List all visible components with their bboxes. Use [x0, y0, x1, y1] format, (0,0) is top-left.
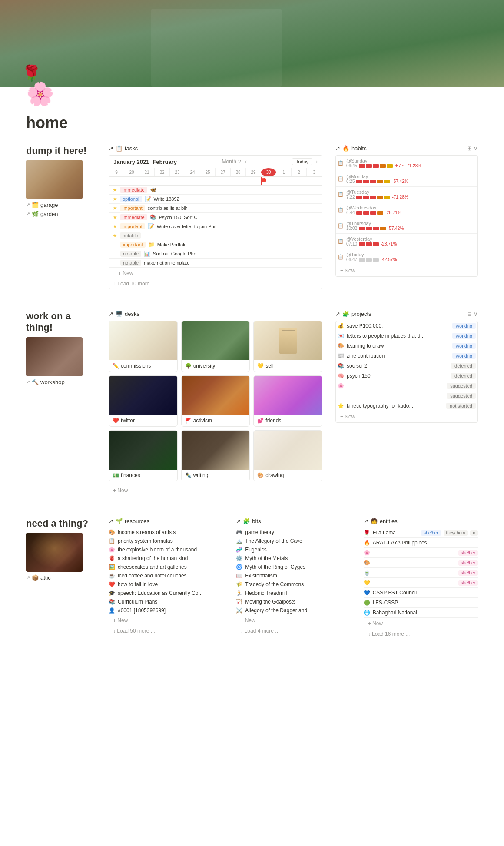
- habits-view-icon[interactable]: ⊞ ∨: [467, 145, 478, 152]
- cal-day-20: 20: [124, 168, 139, 176]
- entities-header[interactable]: ↗ 🧑 entities: [364, 518, 478, 524]
- desk-card-commissions[interactable]: ✏️ commissions: [109, 321, 178, 372]
- entity-4: 🎨 she/her: [364, 558, 478, 568]
- resource-cheesecakes: 🖼️ cheesecakes and art galleries: [109, 563, 223, 571]
- desk-card-finances[interactable]: 💵 finances: [109, 430, 178, 481]
- habit-tuesday: 📋 @Tuesday 7:22 -71.: [336, 187, 477, 202]
- monday-icon: 📋: [338, 176, 344, 182]
- projects-view-icon[interactable]: ⊟ ∨: [467, 311, 478, 317]
- task-item-1: ★ immediate 🦋: [109, 186, 322, 195]
- habit-monday: 📋 @Monday 6:25 -57.4: [336, 171, 477, 187]
- resources-list: 🎨 income streams of artists 📋 priority s…: [109, 528, 223, 636]
- cal-day-21: 21: [139, 168, 155, 176]
- status-working-2: working: [452, 333, 476, 339]
- habits-header[interactable]: ↗ 🔥 habits ⊞ ∨: [335, 145, 478, 152]
- work-section-left: work on a thing! ↗ 🔨 workshop: [26, 311, 96, 496]
- tasks-header[interactable]: ↗ 📋 tasks: [109, 145, 322, 152]
- entity-5: 🍵 she/her: [364, 568, 478, 578]
- badge-important-3: important: [120, 242, 146, 248]
- entity-lfs: 🟢 LFS-CSSP: [364, 598, 478, 608]
- tasks-load-more[interactable]: ↓ Load 10 more ...: [109, 279, 322, 289]
- project-letters: 💌 letters to people in places that d... …: [336, 331, 477, 341]
- projects-add-new[interactable]: + New: [336, 411, 477, 422]
- cal-day-27: 27: [216, 168, 231, 176]
- resources-add-new[interactable]: + New: [109, 615, 223, 626]
- page-title: home: [26, 114, 478, 132]
- status-not-started-1: not started: [446, 403, 476, 409]
- today-button[interactable]: Today: [292, 158, 312, 165]
- resource-income: 🎨 income streams of artists: [109, 528, 223, 537]
- workshop-link[interactable]: ↗ 🔨 workshop: [26, 379, 96, 385]
- sunday-icon: 📋: [338, 160, 344, 166]
- desk-img-university: [182, 321, 250, 360]
- bits-add-new[interactable]: + New: [236, 615, 350, 626]
- desk-card-writing[interactable]: ✒️ writing: [181, 430, 250, 481]
- garden-link[interactable]: ↗ 🌿 garden: [26, 211, 96, 217]
- entities-add-new[interactable]: + New: [364, 618, 478, 629]
- badge-immediate-1: immediate: [120, 187, 147, 193]
- desk-img-writing: [182, 431, 250, 470]
- bits-header[interactable]: ↗ 🧩 bits: [236, 518, 350, 524]
- cal-day-2: 2: [292, 168, 307, 176]
- badge-notable-1: notable: [120, 232, 141, 239]
- desk-img-self: [254, 321, 322, 360]
- attic-link[interactable]: ↗ 📦 attic: [26, 574, 96, 581]
- habit-yesterday: 📋 @Yesterday 07:10 -28.71%: [336, 234, 477, 249]
- badge-notable-3: notable: [120, 260, 141, 266]
- bit-tragedy-commons: 🌾 Tragedy of the Commons: [236, 580, 350, 589]
- desk-card-university[interactable]: 🌳 university: [181, 321, 250, 372]
- desk-img-commissions: [109, 321, 177, 360]
- calendar-days: 9 20 21 22 23 24 25 27 28 29 30 1 2 3: [109, 168, 322, 177]
- entity-6: 💛 she/her: [364, 578, 478, 588]
- task-item-7: important 📁 Make Portfoli: [109, 240, 322, 249]
- bits-load-more[interactable]: ↓ Load 4 more ...: [236, 626, 350, 636]
- prev-arrow[interactable]: ‹: [245, 159, 247, 165]
- work-title: work on a thing!: [26, 311, 96, 334]
- entity-cssp: 💙 CSSP FST Council: [364, 588, 478, 598]
- status-working-3: working: [452, 343, 476, 349]
- desks-add-new[interactable]: + New: [109, 485, 322, 496]
- entities-load-more[interactable]: ↓ Load 16 more ...: [364, 629, 478, 639]
- badge-important-2: important: [120, 223, 145, 229]
- desk-card-friends[interactable]: 💕 friends: [253, 375, 322, 427]
- cal-day-24: 24: [185, 168, 200, 176]
- cal-day-23: 23: [170, 168, 185, 176]
- resources-section: ↗ 🌱 resources 🎨 income streams of artist…: [109, 518, 223, 639]
- workshop-image: [26, 337, 83, 376]
- tasks-section: ↗ 📋 tasks January 2021 February Month ∨ …: [109, 145, 322, 289]
- status-working-4: working: [452, 353, 476, 359]
- dump-section-left: dump it here! ↗ 🗂️ garage ↗ 🌿 garden: [26, 145, 96, 289]
- garage-link[interactable]: ↗ 🗂️ garage: [26, 202, 96, 208]
- desk-card-drawing[interactable]: 🎨 drawing: [253, 430, 322, 481]
- dump-image: [26, 160, 83, 199]
- cal-day-28: 28: [231, 168, 246, 176]
- hero-banner: 🌹: [0, 0, 504, 87]
- project-kinetic: ⭐ kinetic typography for kudo... not sta…: [336, 401, 477, 411]
- tasks-body: January 2021 February Month ∨ ‹ Today › …: [109, 155, 322, 289]
- badge-immediate-2: immediate: [120, 214, 147, 220]
- projects-header[interactable]: ↗ 🧩 projects ⊟ ∨: [335, 311, 478, 317]
- resources-load-more[interactable]: ↓ Load 50 more ...: [109, 626, 223, 636]
- desk-card-activism[interactable]: 🚩 activism: [181, 375, 250, 427]
- entity-3: 🌸 she/her: [364, 548, 478, 558]
- project-psych: 🧠 psych 150 deferred: [336, 371, 477, 381]
- task-item-4: ★ immediate 📚 Psych 150; Sort C: [109, 213, 322, 222]
- tasks-add-new[interactable]: + + New: [109, 268, 322, 279]
- desks-header[interactable]: ↗ 🖥️ desks: [109, 311, 322, 317]
- desk-card-twitter[interactable]: ❤️ twitter: [109, 375, 178, 427]
- month-control[interactable]: Month ∨: [222, 159, 242, 165]
- desk-card-self[interactable]: 💛 self: [253, 321, 322, 372]
- resources-header[interactable]: ↗ 🌱 resources: [109, 518, 223, 524]
- badge-optional-1: optional: [120, 196, 142, 202]
- entity-aral: 🔥 ARAL-LAYA Philippines: [364, 538, 478, 548]
- next-arrow[interactable]: ›: [316, 159, 318, 165]
- projects-list: 💰 save ₱100,000. working 💌 letters to pe…: [335, 321, 478, 423]
- status-deferred-2: deferred: [451, 373, 476, 379]
- cal-day-22: 22: [155, 168, 170, 176]
- cal-day-1: 1: [276, 168, 292, 176]
- resource-id: 👤 #0001:[1805392699]: [109, 606, 223, 615]
- habits-add-new[interactable]: + New: [336, 265, 477, 276]
- habits-list: 📋 @Sunday 06:45 •57: [335, 155, 478, 277]
- status-working-1: working: [452, 323, 476, 329]
- page-icon: 🌸: [26, 83, 504, 105]
